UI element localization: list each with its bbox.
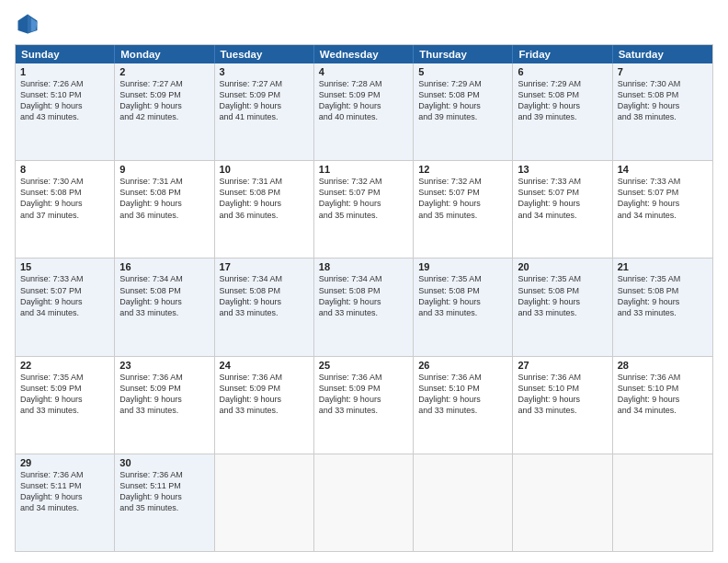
calendar-cell-4-4: 26Sunrise: 7:36 AM Sunset: 5:10 PM Dayli… <box>414 357 513 454</box>
day-number: 27 <box>518 360 607 371</box>
cell-text: Sunrise: 7:29 AM Sunset: 5:08 PM Dayligh… <box>418 78 507 123</box>
cell-text: Sunrise: 7:26 AM Sunset: 5:10 PM Dayligh… <box>20 78 109 123</box>
cell-text: Sunrise: 7:33 AM Sunset: 5:07 PM Dayligh… <box>20 273 109 318</box>
logo-icon <box>15 11 40 37</box>
cell-text: Sunrise: 7:32 AM Sunset: 5:07 PM Dayligh… <box>418 176 507 221</box>
day-number: 3 <box>220 66 309 77</box>
cell-text: Sunrise: 7:36 AM Sunset: 5:09 PM Dayligh… <box>220 372 309 417</box>
calendar-body: 1Sunrise: 7:26 AM Sunset: 5:10 PM Daylig… <box>16 63 712 551</box>
day-number: 1 <box>20 66 109 77</box>
calendar-cell-1-0: 1Sunrise: 7:26 AM Sunset: 5:10 PM Daylig… <box>16 63 115 160</box>
calendar-cell-2-5: 13Sunrise: 7:33 AM Sunset: 5:07 PM Dayli… <box>513 161 612 258</box>
calendar-row-1: 1Sunrise: 7:26 AM Sunset: 5:10 PM Daylig… <box>16 63 712 160</box>
calendar-cell-1-3: 4Sunrise: 7:28 AM Sunset: 5:09 PM Daylig… <box>314 63 414 160</box>
header-day-friday: Friday <box>513 45 612 63</box>
cell-text: Sunrise: 7:32 AM Sunset: 5:07 PM Dayligh… <box>319 176 408 221</box>
cell-text: Sunrise: 7:36 AM Sunset: 5:11 PM Dayligh… <box>20 469 109 514</box>
cell-text: Sunrise: 7:27 AM Sunset: 5:09 PM Dayligh… <box>220 78 309 123</box>
cell-text: Sunrise: 7:36 AM Sunset: 5:09 PM Dayligh… <box>119 372 209 417</box>
day-number: 23 <box>119 360 209 371</box>
day-number: 2 <box>119 66 209 77</box>
day-number: 22 <box>20 360 109 371</box>
day-number: 17 <box>220 261 309 272</box>
cell-text: Sunrise: 7:35 AM Sunset: 5:08 PM Dayligh… <box>518 273 607 318</box>
calendar-cell-5-6 <box>613 454 712 551</box>
cell-text: Sunrise: 7:27 AM Sunset: 5:09 PM Dayligh… <box>119 78 209 123</box>
calendar-cell-4-0: 22Sunrise: 7:35 AM Sunset: 5:09 PM Dayli… <box>16 357 115 454</box>
cell-text: Sunrise: 7:33 AM Sunset: 5:07 PM Dayligh… <box>518 176 607 221</box>
day-number: 8 <box>20 164 109 175</box>
day-number: 7 <box>618 66 708 77</box>
calendar-cell-5-4 <box>414 454 513 551</box>
calendar-row-3: 15Sunrise: 7:33 AM Sunset: 5:07 PM Dayli… <box>16 258 712 355</box>
day-number: 28 <box>618 360 708 371</box>
day-number: 12 <box>418 164 507 175</box>
header-day-tuesday: Tuesday <box>215 45 314 63</box>
day-number: 4 <box>319 66 408 77</box>
cell-text: Sunrise: 7:36 AM Sunset: 5:10 PM Dayligh… <box>418 372 507 417</box>
calendar-cell-3-6: 21Sunrise: 7:35 AM Sunset: 5:08 PM Dayli… <box>613 259 712 355</box>
calendar-cell-1-5: 6Sunrise: 7:29 AM Sunset: 5:08 PM Daylig… <box>513 63 612 160</box>
calendar-cell-2-4: 12Sunrise: 7:32 AM Sunset: 5:07 PM Dayli… <box>414 161 513 258</box>
calendar-cell-2-0: 8Sunrise: 7:30 AM Sunset: 5:08 PM Daylig… <box>16 161 115 258</box>
cell-text: Sunrise: 7:30 AM Sunset: 5:08 PM Dayligh… <box>20 176 109 221</box>
day-number: 29 <box>20 457 109 468</box>
cell-text: Sunrise: 7:33 AM Sunset: 5:07 PM Dayligh… <box>618 176 708 221</box>
calendar-cell-4-1: 23Sunrise: 7:36 AM Sunset: 5:09 PM Dayli… <box>115 357 214 454</box>
day-number: 9 <box>119 164 209 175</box>
cell-text: Sunrise: 7:34 AM Sunset: 5:08 PM Dayligh… <box>319 273 408 318</box>
calendar-row-2: 8Sunrise: 7:30 AM Sunset: 5:08 PM Daylig… <box>16 160 712 258</box>
cell-text: Sunrise: 7:30 AM Sunset: 5:08 PM Dayligh… <box>618 78 708 123</box>
calendar-cell-5-0: 29Sunrise: 7:36 AM Sunset: 5:11 PM Dayli… <box>16 454 115 551</box>
day-number: 10 <box>220 164 309 175</box>
day-number: 18 <box>319 261 408 272</box>
header-day-sunday: Sunday <box>16 45 115 63</box>
day-number: 6 <box>518 66 607 77</box>
calendar-cell-3-4: 19Sunrise: 7:35 AM Sunset: 5:08 PM Dayli… <box>414 259 513 355</box>
calendar-cell-5-5 <box>513 454 612 551</box>
calendar-cell-1-6: 7Sunrise: 7:30 AM Sunset: 5:08 PM Daylig… <box>613 63 712 160</box>
cell-text: Sunrise: 7:28 AM Sunset: 5:09 PM Dayligh… <box>319 78 408 123</box>
day-number: 30 <box>119 457 209 468</box>
calendar-header: SundayMondayTuesdayWednesdayThursdayFrid… <box>16 45 712 63</box>
cell-text: Sunrise: 7:35 AM Sunset: 5:08 PM Dayligh… <box>418 273 507 318</box>
day-number: 26 <box>418 360 507 371</box>
calendar-cell-2-3: 11Sunrise: 7:32 AM Sunset: 5:07 PM Dayli… <box>314 161 414 258</box>
calendar-cell-2-1: 9Sunrise: 7:31 AM Sunset: 5:08 PM Daylig… <box>115 161 214 258</box>
calendar-cell-5-1: 30Sunrise: 7:36 AM Sunset: 5:11 PM Dayli… <box>115 454 214 551</box>
calendar-cell-2-6: 14Sunrise: 7:33 AM Sunset: 5:07 PM Dayli… <box>613 161 712 258</box>
cell-text: Sunrise: 7:36 AM Sunset: 5:09 PM Dayligh… <box>319 372 408 417</box>
calendar-cell-3-0: 15Sunrise: 7:33 AM Sunset: 5:07 PM Dayli… <box>16 259 115 355</box>
calendar-cell-2-2: 10Sunrise: 7:31 AM Sunset: 5:08 PM Dayli… <box>215 161 314 258</box>
day-number: 21 <box>618 261 708 272</box>
cell-text: Sunrise: 7:35 AM Sunset: 5:09 PM Dayligh… <box>20 372 109 417</box>
cell-text: Sunrise: 7:36 AM Sunset: 5:10 PM Dayligh… <box>518 372 607 417</box>
header-day-wednesday: Wednesday <box>314 45 414 63</box>
calendar-cell-4-2: 24Sunrise: 7:36 AM Sunset: 5:09 PM Dayli… <box>215 357 314 454</box>
calendar-cell-5-2 <box>215 454 314 551</box>
day-number: 13 <box>518 164 607 175</box>
header-day-thursday: Thursday <box>414 45 513 63</box>
calendar-row-5: 29Sunrise: 7:36 AM Sunset: 5:11 PM Dayli… <box>16 454 712 551</box>
svg-marker-2 <box>28 15 31 34</box>
calendar: SundayMondayTuesdayWednesdayThursdayFrid… <box>15 44 713 552</box>
cell-text: Sunrise: 7:36 AM Sunset: 5:11 PM Dayligh… <box>119 469 209 514</box>
logo <box>15 11 44 37</box>
cell-text: Sunrise: 7:34 AM Sunset: 5:08 PM Dayligh… <box>119 273 209 318</box>
day-number: 25 <box>319 360 408 371</box>
calendar-row-4: 22Sunrise: 7:35 AM Sunset: 5:09 PM Dayli… <box>16 356 712 454</box>
calendar-cell-1-1: 2Sunrise: 7:27 AM Sunset: 5:09 PM Daylig… <box>115 63 214 160</box>
calendar-cell-4-6: 28Sunrise: 7:36 AM Sunset: 5:10 PM Dayli… <box>613 357 712 454</box>
day-number: 5 <box>418 66 507 77</box>
header <box>15 11 713 37</box>
cell-text: Sunrise: 7:36 AM Sunset: 5:10 PM Dayligh… <box>618 372 708 417</box>
day-number: 16 <box>119 261 209 272</box>
day-number: 20 <box>518 261 607 272</box>
calendar-cell-1-2: 3Sunrise: 7:27 AM Sunset: 5:09 PM Daylig… <box>215 63 314 160</box>
cell-text: Sunrise: 7:29 AM Sunset: 5:08 PM Dayligh… <box>518 78 607 123</box>
calendar-cell-3-1: 16Sunrise: 7:34 AM Sunset: 5:08 PM Dayli… <box>115 259 214 355</box>
cell-text: Sunrise: 7:31 AM Sunset: 5:08 PM Dayligh… <box>119 176 209 221</box>
day-number: 15 <box>20 261 109 272</box>
day-number: 11 <box>319 164 408 175</box>
cell-text: Sunrise: 7:31 AM Sunset: 5:08 PM Dayligh… <box>220 176 309 221</box>
